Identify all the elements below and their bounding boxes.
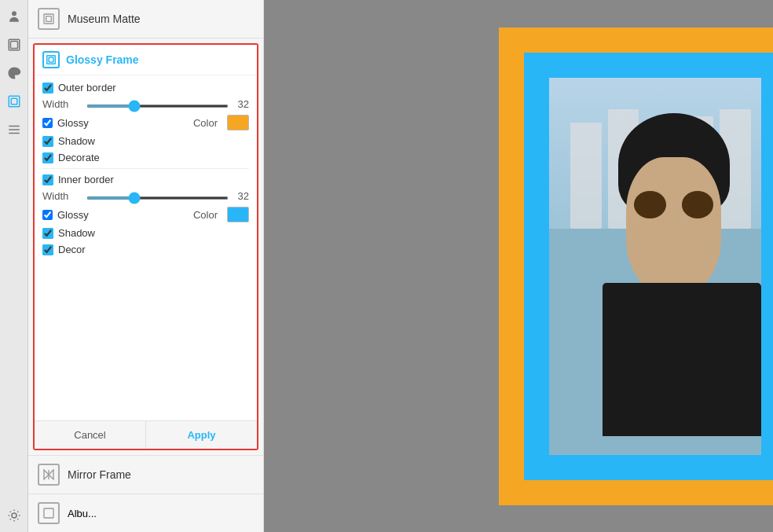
outer-width-label: Width <box>42 98 82 110</box>
section-divider-1 <box>42 168 249 169</box>
icon-strip <box>0 0 28 532</box>
cancel-button[interactable]: Cancel <box>35 421 146 449</box>
outer-decorate-label: Decorate <box>58 152 100 163</box>
svg-rect-2 <box>10 42 17 49</box>
photo-image <box>549 78 761 455</box>
inner-decor-label: Decor <box>58 244 86 255</box>
palette-icon[interactable] <box>4 63 24 83</box>
svg-line-14 <box>17 519 18 519</box>
inner-border-row: Inner border <box>42 174 249 185</box>
sidebar-item-last[interactable]: Albu... <box>28 493 263 532</box>
inner-shadow-checkbox[interactable] <box>42 228 53 239</box>
inner-decor-row: Decor <box>42 244 249 255</box>
inner-decor-checkbox[interactable] <box>42 244 53 255</box>
inner-glossy-row: Glossy Color <box>42 207 249 222</box>
inner-width-slider-container <box>86 190 229 202</box>
svg-line-16 <box>17 512 18 512</box>
svg-rect-20 <box>49 57 53 62</box>
outer-color-swatch[interactable] <box>227 115 249 130</box>
svg-rect-17 <box>44 14 53 24</box>
outer-border-row: Outer border <box>42 82 249 94</box>
outer-shadow-label: Shadow <box>58 135 95 147</box>
svg-marker-23 <box>49 470 53 479</box>
sidebar: Museum Matte Glossy Frame Outer border W… <box>28 0 264 532</box>
inner-width-row: Width 32 <box>42 190 249 202</box>
inner-color-swatch[interactable] <box>227 207 249 222</box>
last-item-icon <box>38 502 60 524</box>
outer-glossy-checkbox[interactable] <box>42 118 53 128</box>
outer-width-slider-container <box>86 98 229 110</box>
photo-frame-container <box>537 0 773 532</box>
inner-border-label: Inner border <box>58 174 114 185</box>
outer-decorate-checkbox[interactable] <box>42 152 53 163</box>
outer-color-label: Color <box>193 117 218 129</box>
outer-width-value: 32 <box>233 98 249 110</box>
sidebar-item-museum-matte[interactable]: Museum Matte <box>28 0 263 39</box>
svg-line-15 <box>9 519 10 519</box>
inner-width-label: Width <box>42 190 82 202</box>
svg-rect-4 <box>11 98 17 105</box>
apply-button[interactable]: Apply <box>146 421 257 449</box>
texture-icon[interactable] <box>4 119 24 140</box>
outer-frame <box>499 28 773 505</box>
glossy-frame-header-icon <box>42 51 60 68</box>
museum-matte-label: Museum Matte <box>68 13 141 25</box>
inner-shadow-row: Shadow <box>42 227 249 239</box>
glossy-frame-title: Glossy Frame <box>66 53 139 66</box>
outer-decorate-row: Decorate <box>42 152 249 163</box>
outer-border-label: Outer border <box>58 82 116 94</box>
svg-rect-24 <box>44 508 53 518</box>
mirror-frame-icon <box>38 464 60 486</box>
glossy-frame-header[interactable]: Glossy Frame <box>35 45 257 75</box>
sidebar-item-mirror-frame[interactable]: Mirror Frame <box>28 455 263 493</box>
outer-shadow-checkbox[interactable] <box>42 136 53 147</box>
person-icon[interactable] <box>4 6 24 27</box>
frame-select-icon[interactable] <box>4 91 24 112</box>
svg-point-0 <box>12 11 16 16</box>
sidebar-bottom: Mirror Frame Albu... <box>28 455 263 532</box>
outer-width-row: Width 32 <box>42 98 249 110</box>
outer-width-slider[interactable] <box>86 105 229 108</box>
inner-frame <box>524 53 773 480</box>
inner-glossy-checkbox[interactable] <box>42 210 53 220</box>
inner-width-value: 32 <box>233 190 249 202</box>
inner-border-checkbox[interactable] <box>42 174 53 185</box>
inner-glossy-label: Glossy <box>57 209 89 221</box>
sun-icon[interactable] <box>4 505 24 526</box>
outer-glossy-label: Glossy <box>57 117 89 129</box>
inner-width-slider[interactable] <box>86 196 229 200</box>
inner-shadow-label: Shadow <box>58 227 95 239</box>
outer-shadow-row: Shadow <box>42 135 249 147</box>
panel-content: Outer border Width 32 Glossy Color Sha <box>35 75 257 420</box>
svg-rect-18 <box>46 17 52 22</box>
inner-color-label: Color <box>193 209 218 221</box>
museum-matte-icon <box>38 8 60 30</box>
layers-icon[interactable] <box>4 35 24 55</box>
last-item-label: Albu... <box>68 508 97 519</box>
outer-border-checkbox[interactable] <box>42 83 53 94</box>
glossy-frame-panel: Glossy Frame Outer border Width 32 Gloss… <box>33 43 258 450</box>
panel-buttons: Cancel Apply <box>35 420 257 449</box>
mirror-frame-label: Mirror Frame <box>68 468 131 481</box>
main-content <box>264 0 773 532</box>
svg-point-8 <box>12 513 16 518</box>
svg-line-13 <box>9 512 10 512</box>
svg-rect-3 <box>9 96 20 107</box>
svg-rect-19 <box>47 56 56 64</box>
outer-glossy-row: Glossy Color <box>42 115 249 130</box>
